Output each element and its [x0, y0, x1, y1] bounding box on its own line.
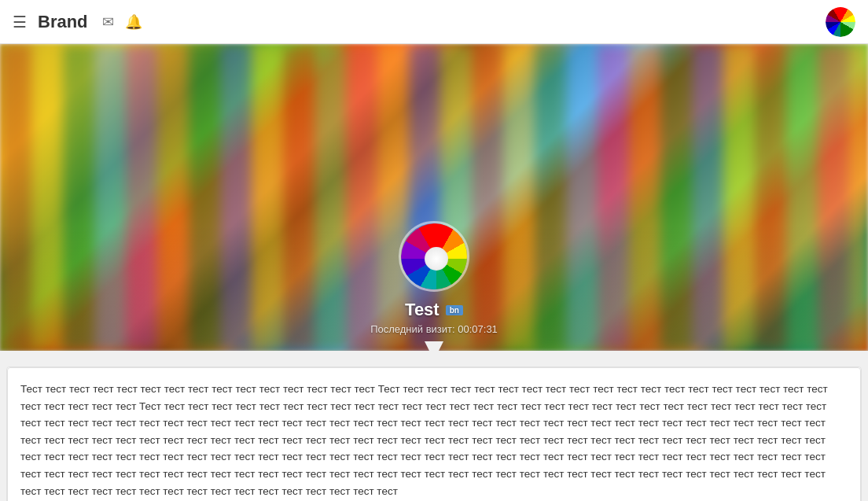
- profile-name-text: Test: [405, 300, 440, 320]
- profile-name-row: Test bn: [405, 300, 463, 320]
- cover-section: Test bn Последний визит: 00:07:31: [0, 44, 868, 351]
- brand-title: Brand: [38, 12, 88, 32]
- hamburger-icon[interactable]: ☰: [13, 13, 27, 31]
- navbar-avatar[interactable]: [826, 7, 855, 37]
- status-card-wrapper: Тест тест тест тест тест тест тест тест …: [6, 367, 862, 501]
- bell-icon[interactable]: 🔔: [125, 13, 142, 31]
- navbar: ☰ Brand ✉ 🔔: [0, 0, 868, 44]
- cover-profile: Test bn Последний визит: 00:07:31: [0, 221, 868, 351]
- mail-icon[interactable]: ✉: [102, 13, 114, 31]
- main-content: Тест тест тест тест тест тест тест тест …: [0, 351, 868, 501]
- profile-last-visit: Последний визит: 00:07:31: [370, 323, 498, 335]
- avatar-wheel: [826, 7, 855, 37]
- status-text: Тест тест тест тест тест тест тест тест …: [20, 381, 848, 499]
- avatar-center: [425, 247, 448, 271]
- profile-avatar[interactable]: [399, 221, 469, 292]
- profile-badge: bn: [446, 305, 463, 315]
- profile-avatar-wheel: [401, 223, 469, 292]
- status-card: Тест тест тест тест тест тест тест тест …: [7, 367, 861, 501]
